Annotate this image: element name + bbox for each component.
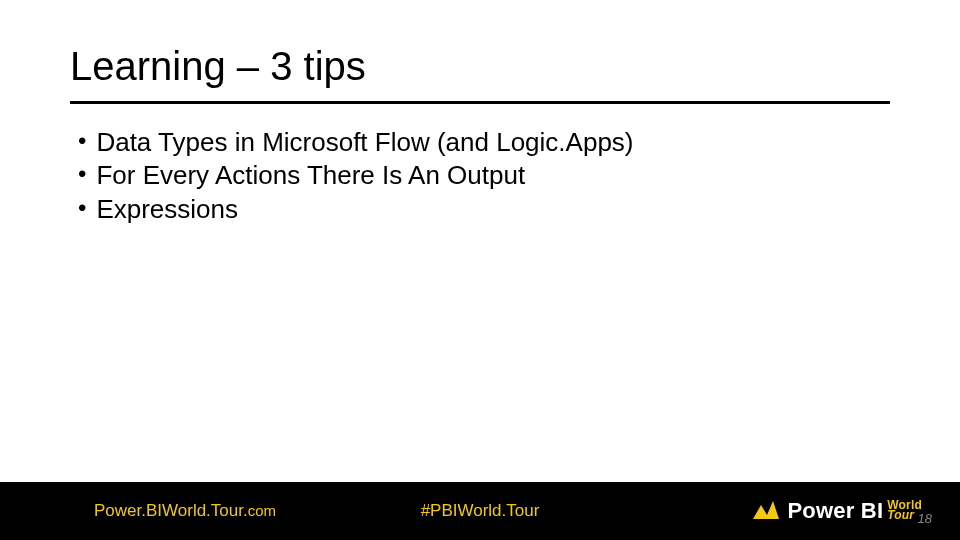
bullet-text: Data Types in Microsoft Flow (and Logic.… bbox=[96, 126, 633, 159]
footer-site: Power.BIWorld.Tour.com bbox=[94, 501, 276, 521]
footer-site-main: Power.BIWorld.Tour. bbox=[94, 501, 248, 520]
bullet-item: • For Every Actions There Is An Output bbox=[78, 159, 880, 192]
footer-site-domain: com bbox=[248, 502, 276, 519]
bullet-marker: • bbox=[78, 159, 86, 190]
bullet-item: • Data Types in Microsoft Flow (and Logi… bbox=[78, 126, 880, 159]
bullet-marker: • bbox=[78, 193, 86, 224]
logo-brand: Power BI bbox=[787, 498, 883, 524]
footer-logo: Power BI World Tour bbox=[753, 498, 922, 524]
title-underline bbox=[70, 101, 890, 104]
svg-marker-0 bbox=[753, 501, 779, 519]
bullet-marker: • bbox=[78, 126, 86, 157]
slide: Learning – 3 tips • Data Types in Micros… bbox=[0, 0, 960, 540]
title-block: Learning – 3 tips bbox=[70, 44, 890, 104]
footer-bar: Power.BIWorld.Tour.com #PBIWorld.Tour Po… bbox=[0, 482, 960, 540]
power-bi-icon bbox=[753, 499, 779, 523]
bullet-item: • Expressions bbox=[78, 193, 880, 226]
bullet-text: Expressions bbox=[96, 193, 238, 226]
bullet-text: For Every Actions There Is An Output bbox=[96, 159, 525, 192]
slide-number: 18 bbox=[918, 511, 932, 526]
logo-brand-text: Power BI World Tour bbox=[787, 498, 922, 524]
body-content: • Data Types in Microsoft Flow (and Logi… bbox=[78, 126, 880, 226]
slide-title: Learning – 3 tips bbox=[70, 44, 890, 99]
footer-hashtag: #PBIWorld.Tour bbox=[421, 501, 540, 521]
